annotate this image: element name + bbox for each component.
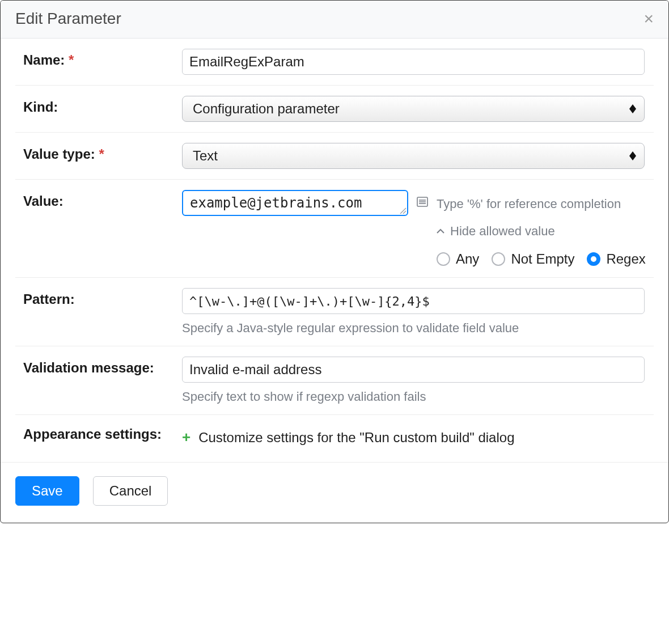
plus-icon: + xyxy=(182,429,190,446)
row-pattern: Pattern: Specify a Java-style regular ex… xyxy=(15,278,654,346)
required-asterisk: * xyxy=(69,52,74,67)
pattern-hint: Specify a Java-style regular expression … xyxy=(182,321,545,336)
select-arrows-icon xyxy=(629,104,636,113)
radio-any-label: Any xyxy=(456,251,479,267)
kind-select-value: Configuration parameter xyxy=(193,101,340,117)
label-value-type-text: Value type: xyxy=(23,146,95,162)
toggle-allowed-value[interactable]: Hide allowed value xyxy=(437,224,555,239)
label-kind: Kind: xyxy=(23,96,182,115)
label-validation-message: Validation message: xyxy=(23,357,182,376)
value-type-select-value: Text xyxy=(193,148,218,164)
label-appearance-settings: Appearance settings: xyxy=(23,425,182,442)
radio-not-empty-label: Not Empty xyxy=(511,251,574,267)
radio-not-empty[interactable]: Not Empty xyxy=(492,251,574,267)
radio-dot xyxy=(437,252,450,266)
pattern-input[interactable] xyxy=(182,288,645,314)
cancel-button[interactable]: Cancel xyxy=(93,476,168,506)
row-name: Name: * xyxy=(15,39,654,86)
svg-marker-2 xyxy=(629,151,636,156)
validation-message-input[interactable] xyxy=(182,357,645,383)
dialog-title: Edit Parameter xyxy=(15,10,121,28)
kind-select[interactable]: Configuration parameter xyxy=(182,96,645,122)
label-name-text: Name: xyxy=(23,52,65,67)
row-validation-message: Validation message: Specify text to show… xyxy=(15,346,654,415)
row-value-type: Value type: * Text xyxy=(15,133,654,180)
svg-marker-1 xyxy=(629,109,636,113)
label-value: Value: xyxy=(23,190,182,209)
edit-parameter-dialog: Edit Parameter × Name: * Kind: Configura… xyxy=(0,0,669,523)
row-value: Value: xyxy=(15,180,654,278)
dialog-header: Edit Parameter × xyxy=(1,1,668,39)
svg-marker-0 xyxy=(629,104,636,109)
customize-appearance-link[interactable]: + Customize settings for the "Run custom… xyxy=(182,429,515,446)
validation-message-hint: Specify text to show if regexp validatio… xyxy=(182,389,645,404)
radio-dot xyxy=(587,252,600,266)
expand-editor-icon[interactable] xyxy=(416,196,429,211)
dialog-footer: Save Cancel xyxy=(1,462,668,523)
name-input[interactable] xyxy=(182,49,645,75)
dialog-content: Name: * Kind: Configuration parameter xyxy=(1,39,668,456)
customize-appearance-label: Customize settings for the "Run custom b… xyxy=(198,430,514,446)
toggle-allowed-value-label: Hide allowed value xyxy=(450,224,555,239)
value-input[interactable] xyxy=(182,190,408,216)
allowed-value-radios: Any Not Empty Regex xyxy=(437,251,669,267)
close-icon[interactable]: × xyxy=(643,10,654,27)
radio-dot xyxy=(492,252,505,266)
value-type-select[interactable]: Text xyxy=(182,143,645,169)
required-asterisk: * xyxy=(99,146,104,162)
select-arrows-icon xyxy=(629,151,636,160)
radio-regex-label: Regex xyxy=(606,251,645,267)
chevron-up-icon xyxy=(437,228,444,234)
svg-marker-3 xyxy=(629,156,636,160)
row-appearance-settings: Appearance settings: + Customize setting… xyxy=(15,415,654,456)
radio-regex[interactable]: Regex xyxy=(587,251,645,267)
label-name: Name: * xyxy=(23,49,182,68)
value-hint: Type '%' for reference completion xyxy=(437,197,669,211)
label-pattern: Pattern: xyxy=(23,288,182,307)
label-value-type: Value type: * xyxy=(23,143,182,162)
radio-any[interactable]: Any xyxy=(437,251,479,267)
save-button[interactable]: Save xyxy=(15,476,79,506)
row-kind: Kind: Configuration parameter xyxy=(15,86,654,133)
